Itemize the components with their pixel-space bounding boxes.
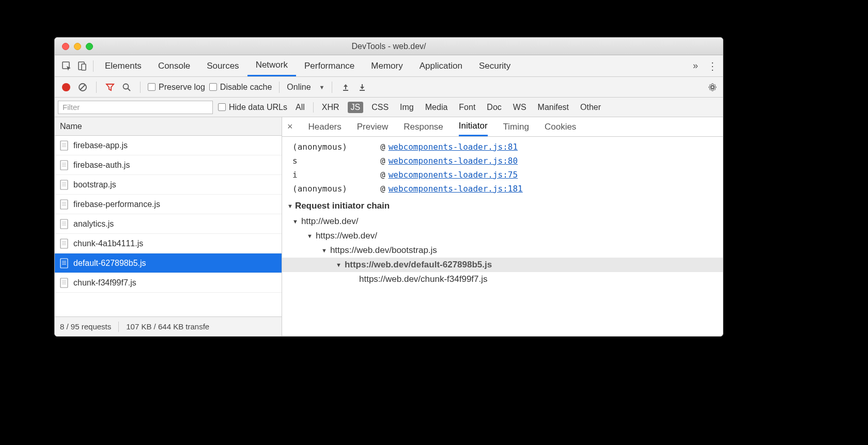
tab-security[interactable]: Security xyxy=(471,55,519,76)
source-link[interactable]: webcomponents-loader.js:81 xyxy=(389,142,518,152)
chain-row[interactable]: ▼https://web.dev/ xyxy=(282,229,723,243)
filter-type-font[interactable]: Font xyxy=(456,102,478,113)
filter-type-js[interactable]: JS xyxy=(348,102,364,113)
inspect-icon[interactable] xyxy=(59,58,74,74)
detail-tabs: × HeadersPreviewResponseInitiatorTimingC… xyxy=(282,117,723,137)
source-link[interactable]: webcomponents-loader.js:75 xyxy=(389,170,518,180)
close-window-button[interactable] xyxy=(62,43,69,50)
svg-rect-25 xyxy=(60,219,68,229)
download-har-icon[interactable] xyxy=(356,81,368,93)
chain-row[interactable]: ▼https://web.dev/bootstrap.js xyxy=(282,243,723,258)
detail-tab-cookies[interactable]: Cookies xyxy=(545,117,576,136)
filter-input[interactable]: Filter xyxy=(58,101,213,114)
devtools-window: DevTools - web.dev/ ElementsConsoleSourc… xyxy=(54,37,723,337)
status-transfer: 107 KB / 644 KB transfe xyxy=(126,322,209,331)
request-row[interactable]: chunk-f34f99f7.js xyxy=(55,273,282,293)
filter-toggle-icon[interactable] xyxy=(104,81,116,93)
tab-elements[interactable]: Elements xyxy=(97,55,150,76)
request-row[interactable]: firebase-performance.js xyxy=(55,195,282,214)
main-tabs: ElementsConsoleSourcesNetworkPerformance… xyxy=(55,55,723,77)
tab-performance[interactable]: Performance xyxy=(296,55,363,76)
kebab-menu-button[interactable]: ⋮ xyxy=(706,60,719,72)
filter-type-doc[interactable]: Doc xyxy=(484,102,504,113)
filter-type-media[interactable]: Media xyxy=(422,102,451,113)
initiator-chain-header[interactable]: ▼Request initiator chain xyxy=(282,196,723,214)
svg-rect-29 xyxy=(60,239,68,248)
svg-rect-2 xyxy=(82,64,86,70)
svg-rect-33 xyxy=(60,259,68,268)
clear-button[interactable] xyxy=(76,81,89,93)
filter-type-css[interactable]: CSS xyxy=(368,102,392,113)
status-requests: 8 / 95 requests xyxy=(60,322,111,331)
throttling-select[interactable]: Online▼ xyxy=(287,83,324,92)
svg-rect-13 xyxy=(60,161,68,170)
chain-row[interactable]: ▼https://web.dev/default-627898b5.js xyxy=(282,258,723,272)
filter-type-other[interactable]: Other xyxy=(577,102,604,113)
tab-application[interactable]: Application xyxy=(411,55,471,76)
disable-cache-checkbox[interactable]: Disable cache xyxy=(209,83,272,92)
tab-network[interactable]: Network xyxy=(247,55,296,76)
stack-frame: (anonymous)@webcomponents-loader.js:181 xyxy=(282,182,723,196)
svg-rect-7 xyxy=(343,90,348,91)
svg-rect-37 xyxy=(60,278,68,288)
tab-memory[interactable]: Memory xyxy=(363,55,411,76)
source-link[interactable]: webcomponents-loader.js:80 xyxy=(389,156,518,166)
detail-pane: × HeadersPreviewResponseInitiatorTimingC… xyxy=(282,117,723,336)
detail-tab-response[interactable]: Response xyxy=(404,117,443,136)
chain-row[interactable]: https://web.dev/chunk-f34f99f7.js xyxy=(282,272,723,287)
minimize-window-button[interactable] xyxy=(74,43,81,50)
filter-type-manifest[interactable]: Manifest xyxy=(535,102,572,113)
device-toggle-icon[interactable] xyxy=(74,58,90,74)
close-detail-button[interactable]: × xyxy=(287,121,293,132)
chain-row[interactable]: ▼http://web.dev/ xyxy=(282,214,723,229)
request-row[interactable]: default-627898b5.js xyxy=(55,253,282,273)
filter-type-xhr[interactable]: XHR xyxy=(319,102,343,113)
request-row[interactable]: firebase-app.js xyxy=(55,136,282,155)
request-row[interactable]: analytics.js xyxy=(55,214,282,234)
stack-frame: (anonymous)@webcomponents-loader.js:81 xyxy=(282,140,723,154)
more-tabs-button[interactable]: » xyxy=(688,60,703,71)
settings-icon[interactable] xyxy=(707,82,718,92)
svg-rect-21 xyxy=(60,200,68,209)
stack-frame: i@webcomponents-loader.js:75 xyxy=(282,168,723,182)
detail-tab-initiator[interactable]: Initiator xyxy=(459,117,488,136)
preserve-log-checkbox[interactable]: Preserve log xyxy=(148,83,205,92)
source-link[interactable]: webcomponents-loader.js:181 xyxy=(389,184,523,194)
traffic-lights xyxy=(55,43,93,50)
detail-tab-preview[interactable]: Preview xyxy=(357,117,388,136)
svg-line-6 xyxy=(128,88,131,91)
request-row[interactable]: bootstrap.js xyxy=(55,175,282,195)
filter-bar: Filter Hide data URLs AllXHRJSCSSImgMedi… xyxy=(55,98,723,117)
filter-type-img[interactable]: Img xyxy=(397,102,417,113)
record-button[interactable] xyxy=(60,81,72,93)
request-row[interactable]: firebase-auth.js xyxy=(55,155,282,175)
detail-tab-headers[interactable]: Headers xyxy=(308,117,342,136)
tab-sources[interactable]: Sources xyxy=(198,55,247,76)
upload-har-icon[interactable] xyxy=(339,81,352,93)
svg-line-4 xyxy=(80,85,85,90)
tab-console[interactable]: Console xyxy=(150,55,198,76)
hide-data-urls-checkbox[interactable]: Hide data URLs xyxy=(218,103,287,112)
filter-type-all[interactable]: All xyxy=(292,102,308,113)
svg-point-5 xyxy=(123,84,129,89)
zoom-window-button[interactable] xyxy=(86,43,93,50)
svg-rect-9 xyxy=(60,141,68,150)
window-title: DevTools - web.dev/ xyxy=(55,42,723,51)
svg-rect-8 xyxy=(360,90,365,91)
detail-tab-timing[interactable]: Timing xyxy=(503,117,529,136)
column-header-name[interactable]: Name xyxy=(55,117,282,136)
svg-rect-17 xyxy=(60,180,68,189)
request-list-pane: Name firebase-app.jsfirebase-auth.jsboot… xyxy=(55,117,282,336)
search-icon[interactable] xyxy=(120,81,133,93)
filter-type-ws[interactable]: WS xyxy=(510,102,530,113)
request-row[interactable]: chunk-4a1b4111.js xyxy=(55,234,282,253)
status-bar: 8 / 95 requests 107 KB / 644 KB transfe xyxy=(55,316,282,336)
network-toolbar: Preserve log Disable cache Online▼ xyxy=(55,77,723,98)
stack-frame: s@webcomponents-loader.js:80 xyxy=(282,154,723,168)
titlebar: DevTools - web.dev/ xyxy=(55,38,723,55)
